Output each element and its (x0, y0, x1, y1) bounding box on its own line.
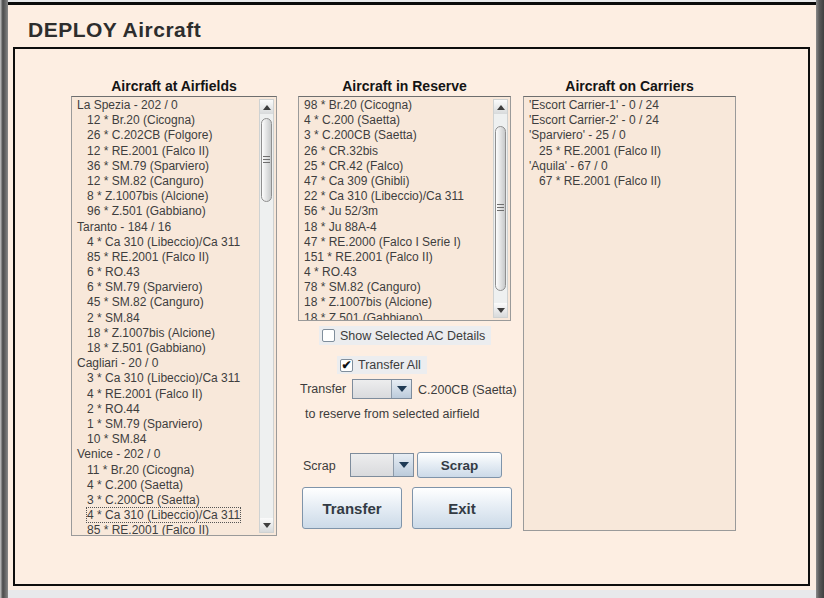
chevron-down-icon (397, 386, 407, 392)
transfer-all-checkbox-group[interactable]: ✔ Transfer All (337, 356, 427, 374)
show-details-checkbox[interactable] (322, 329, 335, 342)
list-item[interactable]: 36 * SM.79 (Sparviero) (74, 159, 256, 174)
scroll-down-button[interactable] (494, 303, 507, 317)
list-item[interactable]: Taranto - 184 / 16 (74, 220, 256, 235)
transfer-all-checkbox[interactable]: ✔ (340, 359, 353, 372)
list-item[interactable]: 18 * Z.1007bis (Alcione) (301, 295, 490, 310)
reserve-listbox[interactable]: 98 * Br.20 (Cicogna)4 * C.200 (Saetta)3 … (298, 96, 511, 321)
list-item[interactable]: 1 * SM.79 (Sparviero) (74, 417, 256, 432)
scrollbar-thumb[interactable] (261, 118, 272, 202)
list-item[interactable]: 'Escort Carrier-2' - 0 / 24 (526, 113, 731, 128)
scroll-down-icon (497, 308, 505, 313)
list-item[interactable]: Venice - 202 / 0 (74, 447, 256, 462)
list-item[interactable]: 26 * C.202CB (Folgore) (74, 128, 256, 143)
scroll-down-button[interactable] (260, 518, 273, 532)
chevron-down-icon (399, 462, 409, 468)
transfer-button[interactable]: Transfer (302, 487, 402, 529)
airfields-listbox[interactable]: La Spezia - 202 / 012 * Br.20 (Cicogna)2… (71, 96, 277, 536)
list-item[interactable]: 3 * Ca 310 (Libeccio)/Ca 311 (74, 371, 256, 386)
list-item[interactable]: 2 * SM.84 (74, 311, 256, 326)
list-item[interactable]: 'Sparviero' - 25 / 0 (526, 128, 731, 143)
list-item[interactable]: 6 * SM.79 (Sparviero) (74, 280, 256, 295)
list-item[interactable]: 4 * C.200 (Saetta) (301, 113, 490, 128)
list-item[interactable]: 67 * RE.2001 (Falco II) (526, 174, 731, 189)
carriers-list-header: Aircraft on Carriers (523, 78, 736, 94)
list-item[interactable]: 78 * SM.82 (Canguro) (301, 280, 490, 295)
scroll-up-icon (497, 105, 505, 110)
list-item[interactable]: 25 * CR.42 (Falco) (301, 159, 490, 174)
transfer-target-aircraft: C.200CB (Saetta) (418, 383, 517, 397)
list-item[interactable]: 18 * Ju 88A-4 (301, 220, 490, 235)
list-item[interactable]: 4 * Ca 310 (Libeccio)/Ca 311 (74, 235, 256, 250)
dropdown-arrow-button[interactable] (391, 380, 411, 398)
list-item[interactable]: 85 * RE.2001 (Falco II) (74, 250, 256, 265)
list-item[interactable]: 8 * Z.1007bis (Alcione) (74, 189, 256, 204)
scroll-up-icon (263, 105, 271, 110)
exit-button[interactable]: Exit (412, 487, 512, 529)
show-details-checkbox-group[interactable]: Show Selected AC Details (319, 326, 491, 345)
reserve-scrollbar[interactable] (493, 99, 508, 318)
transfer-hint-text: to reserve from selected airfield (305, 407, 479, 421)
list-item[interactable]: 'Escort Carrier-1' - 0 / 24 (526, 98, 731, 113)
scroll-up-button[interactable] (260, 100, 273, 114)
deploy-aircraft-screen: DEPLOY Aircraft Aircraft at Airfields Ai… (0, 0, 824, 598)
transfer-field-label: Transfer (300, 382, 346, 396)
page-title: DEPLOY Aircraft (28, 18, 201, 42)
airfields-scrollbar[interactable] (259, 99, 274, 533)
window-right-border (816, 0, 824, 598)
list-item[interactable]: 12 * RE.2001 (Falco II) (74, 144, 256, 159)
list-item[interactable]: 4 * C.200 (Saetta) (74, 478, 256, 493)
list-item[interactable]: 25 * RE.2001 (Falco II) (526, 144, 731, 159)
carriers-listbox[interactable]: 'Escort Carrier-1' - 0 / 24'Escort Carri… (523, 96, 736, 531)
list-item[interactable]: 4 * RE.2001 (Falco II) (74, 387, 256, 402)
airfields-list-rows: La Spezia - 202 / 012 * Br.20 (Cicogna)2… (74, 98, 256, 535)
list-item[interactable]: 45 * SM.82 (Canguro) (74, 295, 256, 310)
scroll-up-button[interactable] (494, 100, 507, 114)
reserve-list-rows: 98 * Br.20 (Cicogna)4 * C.200 (Saetta)3 … (301, 98, 490, 320)
list-item[interactable]: 47 * RE.2000 (Falco I Serie I) (301, 235, 490, 250)
list-item[interactable]: 4 * RO.43 (301, 265, 490, 280)
transfer-count-dropdown[interactable] (352, 379, 412, 399)
list-item[interactable]: 18 * Z.1007bis (Alcione) (74, 326, 256, 341)
reserve-list-header: Aircraft in Reserve (298, 78, 511, 94)
list-item[interactable]: 6 * RO.43 (74, 265, 256, 280)
scrollbar-grip-icon (497, 204, 504, 213)
list-item[interactable]: 12 * Br.20 (Cicogna) (74, 113, 256, 128)
window-left-border (0, 0, 8, 598)
scrap-field-label: Scrap (303, 459, 336, 473)
list-item[interactable]: 98 * Br.20 (Cicogna) (301, 98, 490, 113)
list-item[interactable]: 3 * C.200CB (Saetta) (301, 128, 490, 143)
scrollbar-thumb[interactable] (495, 126, 506, 291)
airfields-list-header: Aircraft at Airfields (71, 78, 277, 94)
list-item[interactable]: 3 * C.200CB (Saetta) (74, 493, 256, 508)
list-item[interactable]: 'Aquila' - 67 / 0 (526, 159, 731, 174)
list-item[interactable]: 56 * Ju 52/3m (301, 204, 490, 219)
list-item[interactable]: 85 * RE.2001 (Falco II) (74, 523, 256, 535)
scrap-button[interactable]: Scrap (417, 452, 502, 478)
list-item[interactable]: 151 * RE.2001 (Falco II) (301, 250, 490, 265)
dropdown-arrow-button[interactable] (393, 454, 413, 476)
list-item[interactable]: 22 * Ca 310 (Libeccio)/Ca 311 (301, 189, 490, 204)
list-item[interactable]: 4 * Ca 310 (Libeccio)/Ca 311 (74, 508, 256, 523)
transfer-all-label: Transfer All (358, 358, 421, 372)
carriers-list-rows: 'Escort Carrier-1' - 0 / 24'Escort Carri… (526, 98, 731, 530)
list-item[interactable]: 18 * Z.501 (Gabbiano) (301, 311, 490, 320)
list-item[interactable]: 26 * CR.32bis (301, 144, 490, 159)
list-item[interactable]: 18 * Z.501 (Gabbiano) (74, 341, 256, 356)
scrap-count-dropdown[interactable] (350, 453, 414, 477)
scroll-down-icon (263, 523, 271, 528)
show-details-label: Show Selected AC Details (340, 329, 485, 343)
list-item[interactable]: 10 * SM.84 (74, 432, 256, 447)
list-item[interactable]: 47 * Ca 309 (Ghibli) (301, 174, 490, 189)
transfer-count-value (353, 380, 391, 398)
list-item[interactable]: Cagliari - 20 / 0 (74, 356, 256, 371)
list-item[interactable]: 96 * Z.501 (Gabbiano) (74, 204, 256, 219)
list-item[interactable]: 11 * Br.20 (Cicogna) (74, 463, 256, 478)
list-item[interactable]: 12 * SM.82 (Canguro) (74, 174, 256, 189)
scrollbar-grip-icon (263, 156, 270, 165)
list-item[interactable]: La Spezia - 202 / 0 (74, 98, 256, 113)
scrap-count-value (351, 454, 393, 476)
list-item[interactable]: 2 * RO.44 (74, 402, 256, 417)
